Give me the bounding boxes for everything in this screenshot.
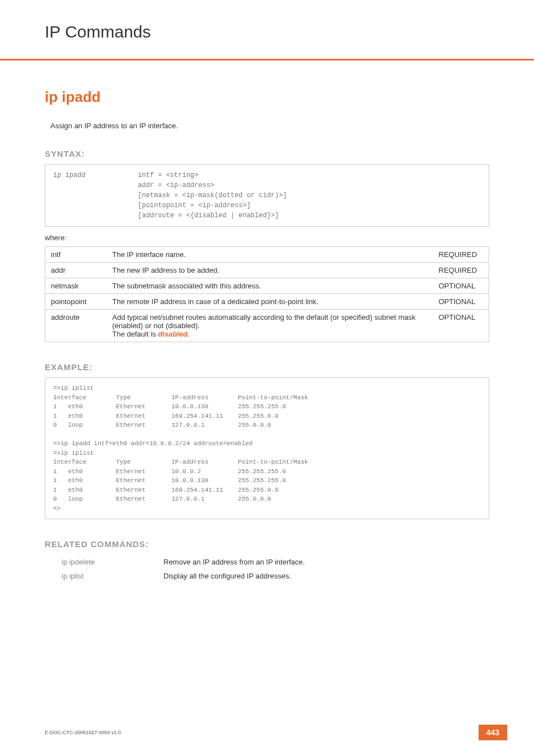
example-heading: EXAMPLE:	[45, 362, 489, 372]
table-row: addroute Add typical net/subnet routes a…	[45, 310, 489, 342]
page-title: IP Commands	[45, 22, 534, 41]
param-req: REQUIRED	[433, 247, 489, 263]
table-row: intf The IP interface name. REQUIRED	[45, 247, 489, 263]
param-table: intf The IP interface name. REQUIRED add…	[45, 246, 489, 342]
page-header: IP Commands	[0, 0, 534, 60]
param-desc: The IP interface name.	[107, 247, 433, 263]
param-name: intf	[45, 247, 107, 263]
related-table: ip ipdelete Remove an IP address from an…	[60, 554, 306, 584]
footer: E-DOC-CTC-20061027-0004 v1.0 443	[45, 725, 507, 740]
table-row: addr The new IP address to be added. REQ…	[45, 263, 489, 278]
content: ip ipadd Assign an IP address to an IP i…	[0, 60, 534, 584]
example-code: =>ip iplist Interface Type IP-address Po…	[45, 377, 489, 519]
doc-id: E-DOC-CTC-20061027-0004 v1.0	[45, 730, 121, 735]
table-row: pointopoint The remote IP address in cas…	[45, 294, 489, 310]
table-row: netmask The subnetmask associated with t…	[45, 278, 489, 294]
param-desc-key: disabled	[158, 330, 188, 338]
related-cmd: ip iplist	[62, 570, 162, 582]
where-label: where:	[45, 234, 489, 242]
page-number: 443	[479, 725, 507, 740]
param-desc: The remote IP address in case of a dedic…	[107, 294, 433, 310]
param-desc: The subnetmask associated with this addr…	[107, 278, 433, 294]
param-req: OPTIONAL	[433, 278, 489, 294]
table-row: ip ipdelete Remove an IP address from an…	[62, 556, 305, 568]
param-desc-post: .	[188, 330, 190, 338]
param-name: pointopoint	[45, 294, 107, 310]
command-name: ip ipadd	[45, 88, 489, 106]
table-row: ip iplist Display all the configured IP …	[62, 570, 305, 582]
param-req: OPTIONAL	[433, 294, 489, 310]
related-desc: Remove an IP address from an IP interfac…	[163, 556, 305, 568]
param-req: OPTIONAL	[433, 310, 489, 342]
syntax-code: ip ipadd intf = <string> addr = <ip-addr…	[45, 164, 489, 227]
param-name: addr	[45, 263, 107, 278]
param-req: REQUIRED	[433, 263, 489, 278]
param-desc: Add typical net/subnet routes automatica…	[107, 310, 433, 342]
syntax-heading: SYNTAX:	[45, 149, 489, 158]
related-cmd: ip ipdelete	[62, 556, 162, 568]
related-desc: Display all the configured IP addresses.	[163, 570, 305, 582]
related-heading: RELATED COMMANDS:	[45, 539, 489, 549]
param-name: netmask	[45, 278, 107, 294]
param-name: addroute	[45, 310, 107, 342]
param-desc: The new IP address to be added.	[107, 263, 433, 278]
command-description: Assign an IP address to an IP interface.	[50, 122, 489, 130]
